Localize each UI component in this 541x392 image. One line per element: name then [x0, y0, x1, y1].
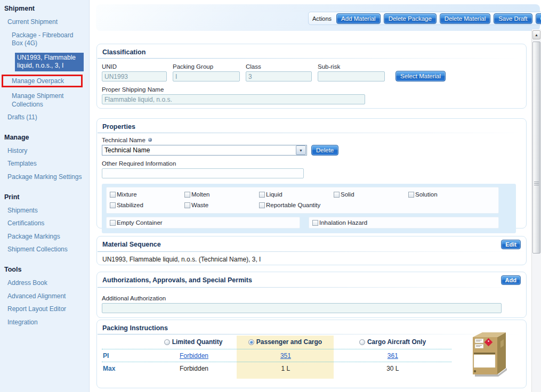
scrollbar-grip-icon — [534, 182, 539, 186]
mixture-checkbox[interactable] — [110, 192, 116, 198]
sidebar-item-manage-shipment-collections[interactable]: Manage Shipment Collections — [0, 92, 84, 109]
info-dot-icon — [148, 138, 152, 142]
divider — [98, 287, 526, 288]
sidebar-item-material-un1993[interactable]: UN1993, Flammable liquid, n.o.s., 3, I — [15, 53, 84, 71]
passenger-and-cargo-label: Passenger and Cargo — [256, 338, 322, 346]
sidebar-item-package-marking-settings[interactable]: Package Marking Settings — [0, 173, 84, 182]
sidebar-item-address-book[interactable]: Address Book — [0, 279, 84, 288]
other-required-info-label: Other Required Information — [102, 160, 526, 167]
class-field[interactable] — [246, 71, 312, 81]
sidebar-item-report-layout-editor[interactable]: Report Layout Editor — [0, 305, 84, 314]
unid-field[interactable] — [102, 71, 167, 81]
properties-title: Properties — [102, 123, 135, 130]
packing-instructions-title: Packing Instructions — [102, 324, 168, 332]
sidebar-section-manage: Manage — [0, 127, 89, 142]
sidebar-item-print-shipments[interactable]: Shipments — [0, 207, 84, 215]
unid-label: UNID — [102, 63, 167, 70]
save-draft-button[interactable]: Save Draft — [494, 13, 532, 24]
max-limited-quantity-value: Forbidden — [151, 365, 238, 372]
material-sequence-panel: Material Sequence Edit UN1993, Flammable… — [96, 236, 527, 265]
sidebar-item-certifications[interactable]: Certifications — [0, 219, 84, 228]
other-required-info-field[interactable] — [102, 168, 304, 178]
sidebar-item-history[interactable]: History — [0, 147, 84, 156]
sidebar-item-manage-overpack[interactable]: Manage Overpack — [12, 77, 64, 85]
select-material-button[interactable]: Select Material — [395, 71, 446, 81]
material-sequence-title: Material Sequence — [102, 241, 161, 248]
scroll-up-button[interactable]: ▲ — [532, 30, 540, 39]
divider — [98, 58, 526, 59]
packing-table: Limited Quantity Passenger and Cargo Car… — [102, 334, 451, 375]
app-window: Shipment Current Shipment Package - Fibr… — [0, 0, 541, 392]
limited-quantity-label: Limited Quantity — [172, 338, 223, 346]
authorizations-panel: Authorizations, Approvals, and Special P… — [96, 272, 527, 318]
packing-group-label: Packing Group — [173, 63, 240, 70]
add-material-button[interactable]: Add Material — [336, 13, 381, 24]
complete-button[interactable]: Complete — [536, 13, 541, 24]
solution-label: Solution — [415, 191, 438, 198]
scrollbar-thumb[interactable] — [532, 42, 540, 254]
sidebar-item-package-markings[interactable]: Package Markings — [0, 233, 84, 241]
divider — [98, 133, 526, 133]
max-cargo-aircraft-value: 30 L — [334, 365, 451, 372]
stabilized-checkbox[interactable] — [110, 202, 116, 208]
stabilized-label: Stabilized — [117, 202, 143, 208]
authorizations-title: Authorizations, Approvals, and Special P… — [102, 276, 252, 284]
inhalation-hazard-label: Inhalation Hazard — [319, 219, 367, 226]
cargo-aircraft-only-radio[interactable] — [359, 339, 365, 345]
sidebar-item-shipment-collections[interactable]: Shipment Collections — [0, 246, 84, 254]
liquid-checkbox[interactable] — [259, 192, 265, 198]
actions-menu[interactable]: Actions — [311, 15, 333, 22]
reportable-quantity-label: Reportable Quantity — [266, 202, 320, 208]
sub-risk-label: Sub-risk — [318, 63, 385, 70]
material-properties-group: Mixture Molten Liquid Solid Solution Sta… — [102, 184, 516, 233]
liquid-label: Liquid — [266, 191, 282, 198]
max-passenger-cargo-value: 1 L — [237, 365, 334, 372]
mixture-label: Mixture — [117, 191, 137, 198]
class-label: Class — [246, 63, 312, 70]
pi-cargo-aircraft-link[interactable]: 361 — [387, 352, 398, 360]
delete-technical-name-button[interactable]: Delete — [311, 145, 338, 156]
molten-checkbox[interactable] — [184, 192, 190, 198]
hazard-package-image — [471, 330, 507, 381]
delete-material-button[interactable]: Delete Material — [440, 13, 490, 24]
additional-authorization-field[interactable] — [102, 303, 502, 313]
properties-panel: Properties Technical Name Technical Name… — [96, 118, 527, 228]
sidebar-item-package-fibreboard-box[interactable]: Package - Fibreboard Box (4G) — [0, 31, 84, 48]
material-sequence-value: UN1993, Flammable liquid, n.o.s. (Techni… — [97, 252, 526, 263]
add-authorization-button[interactable]: Add — [501, 275, 521, 285]
sidebar: Shipment Current Shipment Package - Fibr… — [0, 0, 90, 392]
solution-checkbox[interactable] — [408, 192, 414, 198]
sidebar-item-templates[interactable]: Templates — [0, 160, 84, 168]
sidebar-item-advanced-alignment[interactable]: Advanced Alignment — [0, 292, 84, 301]
packing-instructions-panel: Packing Instructions Limited Quantity Pa… — [96, 320, 527, 388]
classification-title: Classification — [102, 48, 146, 56]
proper-shipping-name-field[interactable] — [102, 94, 365, 104]
delete-package-button[interactable]: Delete Package — [384, 13, 437, 24]
sidebar-item-current-shipment[interactable]: Current Shipment — [0, 18, 84, 27]
empty-container-group: Empty Container — [106, 217, 300, 228]
sidebar-item-drafts[interactable]: Drafts (11) — [0, 113, 84, 122]
sub-risk-field[interactable] — [318, 71, 385, 81]
waste-checkbox[interactable] — [184, 202, 190, 208]
empty-container-checkbox[interactable] — [110, 220, 116, 226]
technical-name-selected-value: Technical Name — [102, 146, 150, 154]
packing-group-field[interactable] — [173, 71, 240, 81]
classification-panel: Classification UNID Packing Group Class … — [96, 44, 527, 109]
solid-label: Solid — [341, 191, 354, 198]
inhalation-hazard-group: Inhalation Hazard — [309, 217, 499, 228]
actions-toolbar: Actions Add Material Delete Package Dele… — [308, 12, 541, 25]
additional-authorization-label: Additional Authorization — [102, 295, 526, 301]
max-row-label: Max — [102, 365, 151, 372]
reportable-quantity-checkbox[interactable] — [259, 202, 265, 208]
chevron-down-icon[interactable]: ▼ — [296, 145, 306, 155]
pi-passenger-cargo-link[interactable]: 351 — [280, 352, 291, 360]
edit-sequence-button[interactable]: Edit — [501, 240, 521, 249]
passenger-and-cargo-radio[interactable] — [248, 339, 254, 345]
pi-row-label: PI — [102, 352, 151, 360]
sidebar-item-integration[interactable]: Integration — [0, 318, 84, 327]
limited-quantity-radio[interactable] — [164, 339, 170, 345]
inhalation-hazard-checkbox[interactable] — [312, 220, 318, 226]
pi-limited-quantity-link[interactable]: Forbidden — [180, 352, 208, 360]
technical-name-select[interactable]: Technical Name ▼ — [102, 145, 307, 156]
solid-checkbox[interactable] — [334, 192, 340, 198]
